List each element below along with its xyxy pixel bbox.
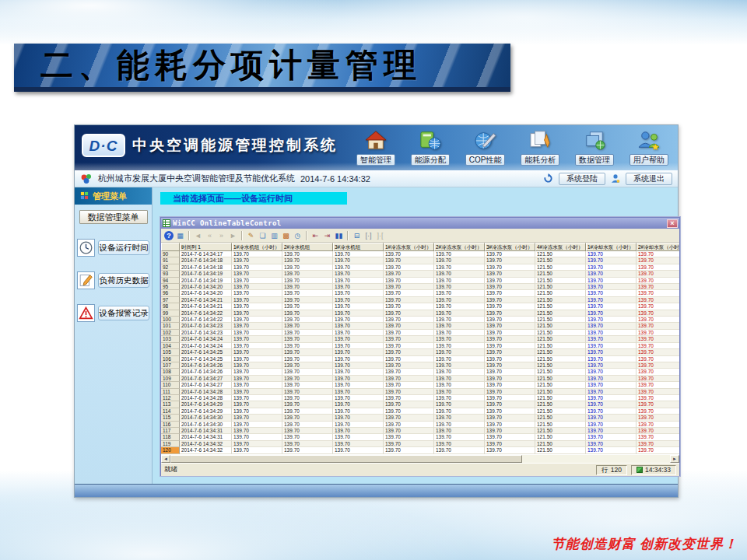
table-row[interactable]: 1082014-7-6 14:34:26139.70139.70139.7013… (161, 369, 679, 375)
column-header[interactable]: 1#冷水机组（小时） (232, 243, 282, 251)
value-cell: 121.50 (535, 323, 586, 329)
table-row[interactable]: 1052014-7-6 14:34:25139.70139.70139.7013… (161, 349, 679, 355)
table-row[interactable]: 982014-7-6 14:34:21139.70139.70139.70139… (161, 303, 679, 310)
table-row[interactable]: 1192014-7-6 14:34:32139.70139.70139.7013… (161, 441, 679, 447)
export-stop-icon[interactable]: ⇥ (322, 230, 332, 241)
value-cell: 121.50 (535, 428, 586, 434)
table-row[interactable]: 912014-7-6 14:34:18139.70139.70139.70139… (161, 257, 679, 264)
table-row[interactable]: 1112014-7-6 14:34:28139.70139.70139.7013… (161, 389, 679, 395)
time-cell: 2014-7-6 14:34:26 (180, 362, 232, 369)
table-row[interactable]: 1102014-7-6 14:34:27139.70139.70139.7013… (161, 382, 679, 388)
column-header[interactable]: 2#冷却水泵（小时） (637, 243, 679, 251)
table-row[interactable]: 952014-7-6 14:34:20139.70139.70139.70139… (161, 284, 679, 290)
configuration-icon[interactable]: ▦ (175, 230, 185, 241)
column-header[interactable]: 时间列 1 (180, 243, 232, 251)
row-number-cell: 106 (161, 356, 180, 362)
system-login-button[interactable]: 系统登陆 (559, 173, 605, 185)
table-row[interactable]: 922014-7-6 14:34:18139.70139.70139.70139… (161, 264, 679, 271)
column-header[interactable]: 3#冷冻水泵（小时） (485, 243, 535, 251)
value-cell: 139.70 (282, 317, 333, 323)
nav-button-2[interactable]: 能源分配 (411, 130, 450, 166)
column-header[interactable]: 1#冷却水泵（小时） (586, 243, 637, 251)
row-number-cell: 91 (161, 257, 180, 264)
nav-button-3[interactable]: COP性能 (465, 130, 506, 166)
table-row[interactable]: 1002014-7-6 14:34:22139.70139.70139.7013… (161, 317, 679, 323)
system-name: 杭州城市发展大厦中央空调智能管理及节能优化系统 (98, 173, 295, 184)
table-row[interactable]: 902014-7-6 14:34:17139.70139.70139.70139… (161, 251, 679, 257)
edit-icon[interactable]: ✎ (246, 230, 256, 241)
table-row[interactable]: 1042014-7-6 14:34:24139.70139.70139.7013… (161, 343, 679, 349)
value-cell: 121.50 (535, 447, 586, 453)
column-header[interactable]: 2#冷冻水泵（小时） (434, 243, 485, 251)
table-row[interactable]: 932014-7-6 14:34:19139.70139.70139.70139… (161, 271, 679, 277)
column-header[interactable]: 4#冷冻水泵（小时） (535, 243, 586, 251)
wincc-titlebar: WinCC OnlineTableControl × (161, 218, 679, 229)
value-cell: 139.70 (282, 422, 333, 428)
table-row[interactable]: 1122014-7-6 14:34:28139.70139.70139.7013… (161, 395, 679, 401)
value-cell: 139.70 (384, 376, 434, 382)
print-icon[interactable]: ⊟ (352, 230, 362, 241)
value-cell: 139.70 (232, 369, 282, 375)
table-row[interactable]: 1162014-7-6 14:34:30139.70139.70139.7013… (161, 422, 679, 428)
scroll-right-icon[interactable]: ► (670, 455, 679, 463)
nav-button-4[interactable]: 能耗分析 (521, 130, 559, 166)
copy-rows-icon[interactable]: ❏ (258, 230, 268, 241)
sidebar-item-label[interactable]: 设备运行时间 (98, 240, 149, 255)
table-row[interactable]: 1172014-7-6 14:34:31139.70139.70139.7013… (161, 428, 679, 434)
value-cell: 139.70 (434, 401, 485, 408)
row-number-cell: 96 (161, 290, 180, 296)
value-cell: 139.70 (384, 264, 434, 271)
table-row[interactable]: 992014-7-6 14:34:22139.70139.70139.70139… (161, 310, 679, 317)
select-columns-icon[interactable]: ▥ (269, 230, 279, 241)
value-cell: 139.70 (586, 376, 637, 382)
table-row[interactable]: 1032014-7-6 14:34:24139.70139.70139.7013… (161, 336, 679, 342)
column-header[interactable]: 1#冷冻水泵（小时） (384, 243, 434, 251)
system-logout-button[interactable]: 系统退出 (626, 173, 672, 185)
table-header-row: 时间列 11#冷水机组（小时）2#冷水机组3#冷水机组1#冷冻水泵（小时）2#冷… (161, 243, 679, 251)
table-row[interactable]: 1012014-7-6 14:34:23139.70139.70139.7013… (161, 323, 679, 329)
horizontal-scrollbar[interactable]: ◄ ► (161, 454, 679, 463)
nav-button-1[interactable]: 智能管理 (356, 130, 395, 166)
nav-button-5[interactable]: 数据管理 (575, 130, 614, 166)
scrollbar-thumb[interactable] (170, 455, 522, 463)
table-row[interactable]: 1182014-7-6 14:34:31139.70139.70139.7013… (161, 434, 679, 440)
data-menu-button[interactable]: 数据管理菜单 (79, 210, 148, 224)
next-page-icon: » (216, 230, 226, 241)
table-row[interactable]: 962014-7-6 14:34:20139.70139.70139.70139… (161, 290, 679, 296)
value-cell: 139.70 (282, 441, 333, 447)
scroll-left-icon[interactable]: ◄ (161, 455, 170, 463)
table-row[interactable]: 942014-7-6 14:34:19139.70139.70139.70139… (161, 278, 679, 284)
table-row[interactable]: 1202014-7-6 14:34:32139.70139.70139.7013… (161, 447, 679, 453)
export-start-icon[interactable]: ⇤ (310, 230, 321, 241)
value-cell: 139.70 (586, 447, 637, 453)
table-row[interactable]: 1092014-7-6 14:34:27139.70139.70139.7013… (161, 376, 679, 382)
close-icon[interactable]: × (667, 219, 678, 228)
value-cell: 139.70 (485, 343, 535, 349)
value-cell: 139.70 (434, 303, 485, 310)
value-cell: 139.70 (637, 441, 679, 447)
table-row[interactable]: 1142014-7-6 14:34:29139.70139.70139.7013… (161, 408, 679, 415)
table-row[interactable]: 972014-7-6 14:34:21139.70139.70139.70139… (161, 297, 679, 303)
table-row[interactable]: 1062014-7-6 14:34:25139.70139.70139.7013… (161, 356, 679, 362)
table-row[interactable]: 1022014-7-6 14:34:23139.70139.70139.7013… (161, 330, 679, 336)
edit-mode-icon[interactable]: [·] (363, 230, 374, 241)
value-cell: 139.70 (232, 349, 282, 355)
value-cell: 121.50 (535, 310, 586, 317)
sidebar-item-label[interactable]: 设备报警记录 (98, 306, 149, 320)
sidebar-item-label[interactable]: 负荷历史数据 (98, 273, 149, 288)
table-row[interactable]: 1132014-7-6 14:34:29139.70139.70139.7013… (161, 401, 679, 408)
row-number-cell: 115 (161, 415, 180, 421)
value-cell: 139.70 (333, 447, 384, 453)
help-icon[interactable]: ? (164, 231, 174, 240)
value-cell: 139.70 (637, 415, 679, 421)
table-row[interactable]: 1152014-7-6 14:34:30139.70139.70139.7013… (161, 415, 679, 421)
value-cell: 139.70 (586, 310, 637, 317)
select-timerange-icon[interactable]: ▩ (281, 230, 291, 241)
app-title: 中央空调能源管理控制系统 (132, 135, 338, 156)
time-base-icon[interactable]: ◷ (293, 230, 303, 241)
pause-icon[interactable]: ▮▮ (334, 230, 344, 241)
column-header[interactable]: 2#冷水机组 (282, 243, 333, 251)
column-header[interactable]: 3#冷水机组 (333, 243, 384, 251)
nav-button-6[interactable]: 用户帮助 (630, 130, 668, 166)
table-row[interactable]: 1072014-7-6 14:34:26139.70139.70139.7013… (161, 362, 679, 369)
